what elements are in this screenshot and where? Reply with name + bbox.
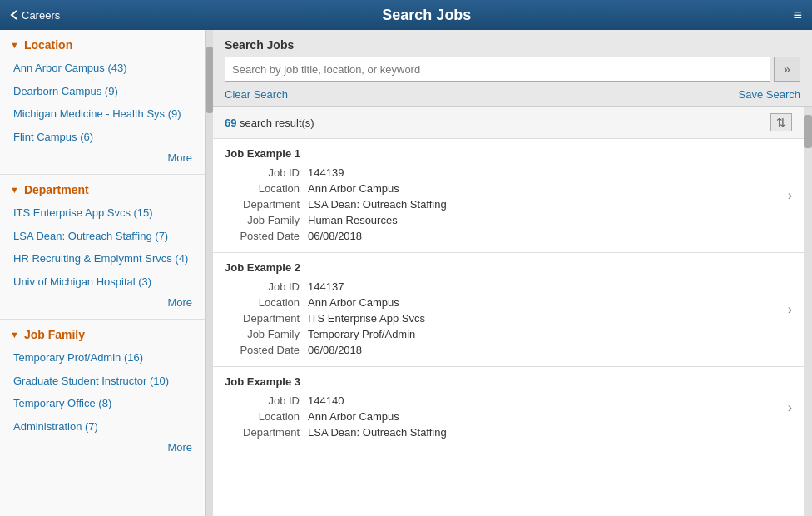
job-field-id-2: Job ID 144137	[225, 279, 792, 295]
sidebar-item-ann-arbor[interactable]: Ann Arbor Campus (43)	[0, 57, 205, 80]
back-button[interactable]: Careers	[10, 9, 60, 22]
family-value-2: Temporary Prof/Admin	[308, 328, 415, 340]
date-label-1: Posted Date	[225, 230, 308, 242]
location-value-3: Ann Arbor Campus	[308, 410, 399, 423]
job-field-location-1: Location Ann Arbor Campus	[225, 181, 792, 196]
job-chevron-2: ›	[788, 302, 792, 317]
menu-icon[interactable]: ≡	[793, 7, 802, 24]
job-id-label-2: Job ID	[225, 280, 308, 293]
clear-search-link[interactable]: Clear Search	[225, 88, 288, 101]
sidebar-item-umich-hospital[interactable]: Univ of Michigan Hospital (3)	[0, 270, 205, 294]
job-id-value-3: 144140	[308, 394, 344, 407]
job-id-value-1: 144139	[308, 166, 344, 179]
go-icon: »	[784, 62, 790, 76]
department-arrow-icon: ▼	[10, 185, 19, 195]
search-go-button[interactable]: »	[774, 57, 800, 82]
results-header: 69 search result(s) ⇅	[213, 107, 804, 139]
family-label-1: Job Family	[225, 214, 308, 226]
job-family-arrow-icon: ▼	[10, 330, 19, 340]
dept-value-2: ITS Enterprise App Svcs	[308, 312, 425, 325]
job-title-2: Job Example 2	[225, 261, 792, 274]
sidebar-item-grad-student[interactable]: Graduate Student Instructor (10)	[0, 370, 205, 393]
dept-label-3: Department	[225, 426, 308, 439]
sidebar-item-lsa[interactable]: LSA Dean: Outreach Staffing (7)	[0, 225, 205, 248]
sidebar-item-flint[interactable]: Flint Campus (6)	[0, 126, 205, 149]
job-card-2[interactable]: Job Example 2 Job ID 144137 Location Ann…	[213, 253, 804, 367]
job-field-location-2: Location Ann Arbor Campus	[225, 295, 792, 310]
job-card-3[interactable]: Job Example 3 Job ID 144140 Location Ann…	[213, 367, 804, 449]
sidebar-item-temp-office[interactable]: Temporary Office (8)	[0, 392, 205, 415]
sidebar-item-temp-prof[interactable]: Temporary Prof/Admin (16)	[0, 346, 205, 370]
sidebar-section-location-label: Location	[24, 38, 72, 52]
sidebar-scrollbar[interactable]	[206, 30, 213, 516]
sidebar-container: ▼ Location Ann Arbor Campus (43) Dearbor…	[0, 30, 213, 516]
results-scrollbar-thumb	[804, 115, 812, 148]
dept-label-1: Department	[225, 198, 308, 211]
main-container: ▼ Location Ann Arbor Campus (43) Dearbor…	[0, 30, 812, 516]
job-field-family-2: Job Family Temporary Prof/Admin	[225, 326, 792, 342]
location-value-2: Ann Arbor Campus	[308, 296, 399, 309]
location-more-button[interactable]: More	[0, 148, 205, 167]
job-chevron-3: ›	[788, 400, 792, 415]
job-field-dept-1: Department LSA Dean: Outreach Staffing	[225, 196, 792, 212]
search-section: Search Jobs » Clear Search Save Search	[213, 30, 812, 107]
results-area: 69 search result(s) ⇅ Job Example 1 Job …	[213, 107, 804, 516]
family-value-1: Human Resources	[308, 214, 398, 226]
save-search-link[interactable]: Save Search	[739, 88, 800, 101]
job-id-label: Job ID	[225, 166, 308, 179]
sidebar-section-location-header[interactable]: ▼ Location	[0, 30, 205, 57]
dept-value-3: LSA Dean: Outreach Staffing	[308, 426, 447, 439]
sidebar-section-location: ▼ Location Ann Arbor Campus (43) Dearbor…	[0, 30, 205, 175]
sidebar-scrollbar-thumb	[206, 47, 213, 113]
job-title-3: Job Example 3	[225, 375, 792, 388]
search-input-row: »	[225, 57, 800, 82]
search-links: Clear Search Save Search	[225, 88, 800, 101]
family-label-2: Job Family	[225, 328, 308, 340]
page-title: Search Jobs	[60, 7, 793, 24]
job-field-id-1: Job ID 144139	[225, 165, 792, 181]
job-card-1[interactable]: Job Example 1 Job ID 144139 Location Ann…	[213, 139, 804, 253]
back-label: Careers	[22, 9, 60, 22]
sidebar-item-dearborn[interactable]: Dearborn Campus (9)	[0, 80, 205, 103]
job-field-id-3: Job ID 144140	[225, 393, 792, 409]
sidebar-section-department: ▼ Department ITS Enterprise App Svcs (15…	[0, 175, 205, 320]
header: Careers Search Jobs ≡	[0, 0, 812, 30]
sidebar-section-job-family: ▼ Job Family Temporary Prof/Admin (16) G…	[0, 320, 205, 464]
location-label-3: Location	[225, 410, 308, 423]
dept-value-1: LSA Dean: Outreach Staffing	[308, 198, 447, 211]
sidebar-section-department-header[interactable]: ▼ Department	[0, 175, 205, 201]
sort-icon: ⇅	[776, 116, 786, 129]
job-field-date-2: Posted Date 06/08/2018	[225, 342, 792, 358]
results-number: 69	[225, 117, 236, 129]
sidebar-section-job-family-label: Job Family	[24, 328, 85, 341]
sidebar-item-hr[interactable]: HR Recruiting & Emplymnt Srvcs (4)	[0, 247, 205, 270]
sidebar: ▼ Location Ann Arbor Campus (43) Dearbor…	[0, 30, 206, 516]
sidebar-item-michigan-medicine[interactable]: Michigan Medicine - Health Sys (9)	[0, 102, 205, 126]
location-value-1: Ann Arbor Campus	[308, 182, 399, 195]
job-field-family-1: Job Family Human Resources	[225, 212, 792, 228]
search-input[interactable]	[225, 57, 770, 82]
results-scrollbar[interactable]	[804, 107, 812, 516]
date-value-1: 06/08/2018	[308, 230, 362, 242]
location-label-2: Location	[225, 296, 308, 309]
date-label-2: Posted Date	[225, 344, 308, 356]
sidebar-item-its[interactable]: ITS Enterprise App Svcs (15)	[0, 201, 205, 225]
results-suffix: search result(s)	[236, 117, 314, 129]
sort-button[interactable]: ⇅	[770, 113, 792, 131]
job-family-more-button[interactable]: More	[0, 438, 205, 457]
results-count: 69 search result(s)	[225, 117, 314, 129]
job-id-label-3: Job ID	[225, 394, 308, 407]
job-title-1: Job Example 1	[225, 147, 792, 160]
dept-label-2: Department	[225, 312, 308, 325]
results-wrapper: 69 search result(s) ⇅ Job Example 1 Job …	[213, 107, 812, 516]
sidebar-item-administration[interactable]: Administration (7)	[0, 415, 205, 439]
content-area: Search Jobs » Clear Search Save Search 6…	[213, 30, 812, 516]
search-section-title: Search Jobs	[225, 38, 800, 52]
job-field-dept-2: Department ITS Enterprise App Svcs	[225, 310, 792, 326]
department-more-button[interactable]: More	[0, 293, 205, 312]
date-value-2: 06/08/2018	[308, 344, 362, 356]
location-arrow-icon: ▼	[10, 40, 19, 50]
sidebar-section-job-family-header[interactable]: ▼ Job Family	[0, 320, 205, 346]
job-id-value-2: 144137	[308, 280, 344, 293]
job-field-location-3: Location Ann Arbor Campus	[225, 409, 792, 424]
